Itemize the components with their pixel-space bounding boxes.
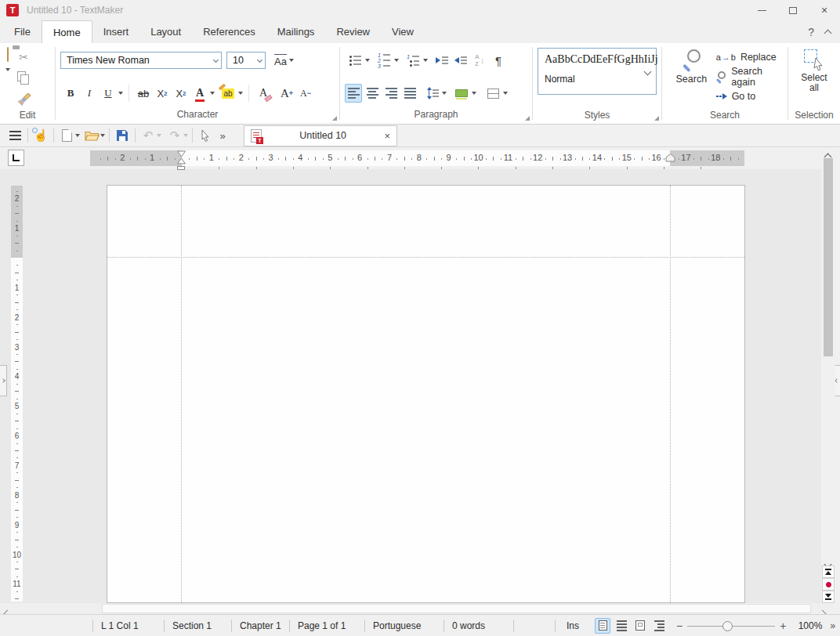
- next-page-button[interactable]: [822, 591, 835, 603]
- search-again-button[interactable]: Search again: [716, 67, 788, 86]
- maximize-button[interactable]: [777, 0, 809, 20]
- redo-arrow[interactable]: [183, 134, 188, 137]
- horizontal-scrollbar-thumb[interactable]: [102, 604, 811, 613]
- numbered-list-button[interactable]: 123: [375, 51, 393, 70]
- page-indicator[interactable]: Page 1 of 1: [290, 620, 364, 631]
- undo-button[interactable]: ↶: [139, 126, 157, 145]
- font-color-dropdown-arrow[interactable]: [210, 92, 215, 95]
- select-all-button[interactable]: Select all: [788, 43, 840, 110]
- cursor-position[interactable]: L 1 Col 1: [93, 620, 164, 631]
- vertical-ruler[interactable]: 211234567891011: [11, 186, 23, 602]
- document-tab[interactable]: T Untitled 10 ×: [244, 125, 397, 146]
- tab-type-selector[interactable]: [8, 150, 24, 166]
- numbered-list-arrow[interactable]: [394, 59, 399, 62]
- bullet-list-button[interactable]: [346, 51, 364, 70]
- highlight-dropdown-arrow[interactable]: [238, 92, 243, 95]
- normal-view-button[interactable]: [614, 618, 629, 634]
- tab-review[interactable]: Review: [325, 20, 381, 43]
- tab-view[interactable]: View: [381, 20, 425, 43]
- superscript-button[interactable]: X2: [172, 84, 190, 103]
- zoom-out-button[interactable]: −: [676, 620, 682, 632]
- document-tab-close-icon[interactable]: ×: [384, 130, 390, 142]
- save-button[interactable]: [114, 126, 131, 145]
- bullet-list-arrow[interactable]: [365, 59, 370, 62]
- borders-arrow[interactable]: [503, 92, 508, 95]
- increase-indent-button[interactable]: [433, 51, 451, 70]
- tab-mailings[interactable]: Mailings: [266, 20, 326, 43]
- font-color-button[interactable]: A: [191, 84, 208, 103]
- open-button[interactable]: [83, 126, 100, 145]
- close-button[interactable]: ×: [809, 0, 840, 20]
- style-gallery[interactable]: AaBbCcDdEeFfGgHhIiJj Normal: [538, 48, 657, 95]
- left-margin-marker[interactable]: [177, 166, 185, 170]
- page-view-button[interactable]: [595, 618, 610, 634]
- paragraph-dialog-launcher[interactable]: [525, 116, 530, 121]
- italic-button[interactable]: I: [81, 84, 98, 103]
- tab-file[interactable]: File: [3, 20, 42, 43]
- section-indicator[interactable]: Section 1: [165, 620, 231, 631]
- new-document-button[interactable]: [58, 126, 75, 145]
- align-left-button[interactable]: [345, 84, 362, 103]
- line-spacing-button[interactable]: [423, 84, 440, 103]
- justify-button[interactable]: [401, 84, 418, 103]
- replace-button[interactable]: a→b Replace: [716, 47, 788, 67]
- undo-arrow[interactable]: [157, 134, 161, 137]
- character-dialog-launcher[interactable]: [332, 116, 337, 121]
- strikethrough-button[interactable]: ab: [135, 84, 152, 103]
- zoom-slider[interactable]: [687, 620, 775, 631]
- tab-insert[interactable]: Insert: [92, 20, 140, 43]
- zoom-slider-handle[interactable]: [722, 621, 733, 631]
- align-center-button[interactable]: [364, 84, 381, 103]
- format-painter-button[interactable]: [15, 90, 32, 109]
- shrink-font-button[interactable]: A−: [297, 84, 314, 103]
- paste-button[interactable]: [7, 48, 9, 62]
- goto-button[interactable]: Go to: [716, 86, 788, 106]
- align-right-button[interactable]: [382, 84, 400, 103]
- object-mode-button[interactable]: [197, 126, 214, 145]
- shading-arrow[interactable]: [472, 92, 476, 95]
- sort-button[interactable]: AZ↕: [471, 51, 488, 70]
- decrease-indent-button[interactable]: [452, 51, 469, 70]
- search-button[interactable]: Search: [670, 49, 713, 110]
- previous-page-button[interactable]: [822, 566, 835, 578]
- collapse-ribbon-button[interactable]: [824, 29, 832, 37]
- zoom-level[interactable]: 100%: [786, 620, 822, 631]
- highlight-button[interactable]: ab: [219, 84, 237, 103]
- paste-dropdown-arrow[interactable]: [5, 68, 10, 71]
- styles-dialog-launcher[interactable]: [654, 116, 659, 121]
- touch-mode-button[interactable]: ☝: [32, 126, 49, 145]
- minimize-button[interactable]: [746, 0, 777, 20]
- statusbar-overflow-button[interactable]: »: [822, 620, 840, 631]
- subscript-button[interactable]: X2: [154, 84, 171, 103]
- chapter-indicator[interactable]: Chapter 1: [232, 620, 289, 631]
- tab-home[interactable]: Home: [42, 20, 92, 43]
- horizontal-ruler[interactable]: 21123456789101112131415161718: [90, 150, 744, 166]
- document-area[interactable]: 211234567891011: [0, 169, 821, 603]
- help-button[interactable]: ?: [808, 26, 814, 38]
- line-spacing-arrow[interactable]: [442, 92, 447, 95]
- formatting-marks-button[interactable]: ¶: [490, 51, 507, 70]
- language-indicator[interactable]: Portuguese: [365, 620, 444, 631]
- redo-button[interactable]: ↷: [166, 126, 183, 145]
- font-name-select[interactable]: Times New Roman: [60, 52, 222, 69]
- right-indent-marker[interactable]: [665, 154, 675, 162]
- bold-button[interactable]: B: [62, 84, 79, 103]
- toolbar-overflow-button[interactable]: »: [214, 126, 231, 145]
- copy-button[interactable]: [15, 69, 32, 88]
- cut-button[interactable]: ✂: [15, 48, 32, 67]
- tab-references[interactable]: References: [192, 20, 266, 43]
- grow-font-button[interactable]: A+: [278, 84, 295, 103]
- zoom-in-button[interactable]: +: [780, 620, 786, 632]
- insert-mode-indicator[interactable]: Ins: [556, 620, 595, 631]
- borders-button[interactable]: [484, 84, 501, 103]
- outline-view-button[interactable]: [651, 618, 667, 634]
- word-count[interactable]: 0 words: [444, 620, 513, 631]
- shading-button[interactable]: [453, 84, 470, 103]
- remove-formatting-button[interactable]: A: [255, 84, 272, 103]
- font-size-select[interactable]: 10: [226, 52, 266, 69]
- multilevel-list-arrow[interactable]: [423, 59, 428, 62]
- vertical-scrollbar[interactable]: [821, 147, 835, 603]
- master-page-view-button[interactable]: [632, 618, 648, 634]
- left-pane-handle[interactable]: [0, 365, 7, 396]
- change-case-button[interactable]: Aa: [273, 51, 295, 70]
